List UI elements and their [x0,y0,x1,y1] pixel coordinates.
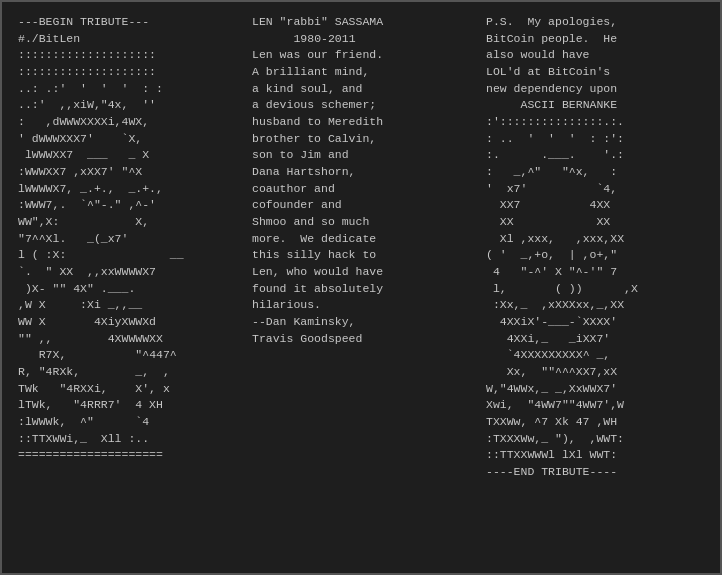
terminal-window: ---BEGIN TRIBUTE--- #./BitLen ::::::::::… [0,0,722,575]
content-area: ---BEGIN TRIBUTE--- #./BitLen ::::::::::… [10,10,712,565]
column-tribute-text: LEN "rabbi" SASSAMA 1980-2011 Len was ou… [244,10,478,565]
column-ps-text: P.S. My apologies, BitCoin people. He al… [478,10,712,565]
column-ascii-art: ---BEGIN TRIBUTE--- #./BitLen ::::::::::… [10,10,244,565]
